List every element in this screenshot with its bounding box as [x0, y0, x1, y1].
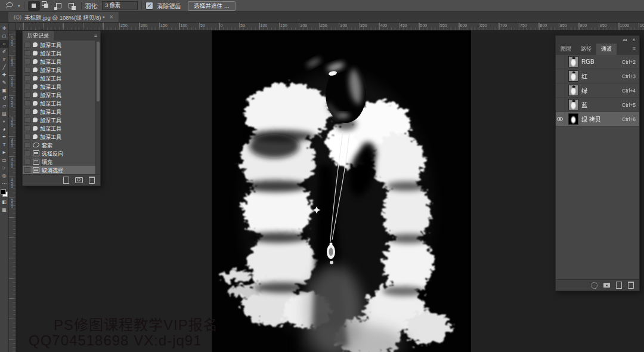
- history-state-row[interactable]: 加深工具: [23, 74, 96, 82]
- foreground-color-swatch[interactable]: [1, 189, 6, 194]
- history-state-row[interactable]: 加深工具: [23, 91, 96, 99]
- history-source-checkbox[interactable]: [24, 109, 30, 115]
- 红[interactable]: 红 Ctrl+3: [556, 69, 639, 84]
- delete-channel-button[interactable]: [628, 282, 634, 289]
- save-selection-as-channel-button[interactable]: [603, 283, 610, 288]
- new-channel-button[interactable]: [616, 282, 622, 289]
- crop-tool[interactable]: #: [0, 55, 8, 63]
- pen-tool[interactable]: ✒: [0, 133, 8, 141]
- panel-menu-icon[interactable]: ≡: [633, 46, 636, 51]
- intersect-selection-mode[interactable]: [66, 1, 78, 11]
- history-state-row[interactable]: 选择反向: [23, 149, 96, 158]
- visibility-eye-icon[interactable]: [556, 55, 565, 69]
- history-state-row[interactable]: 加深工具: [23, 99, 96, 107]
- history-state-row[interactable]: 加深工具: [23, 41, 96, 49]
- history-scrollbar[interactable]: [95, 41, 100, 174]
- visibility-eye-icon[interactable]: [556, 84, 565, 97]
- eraser-tool[interactable]: ▱: [0, 102, 8, 110]
- history-state-row[interactable]: 加深工具: [23, 57, 96, 66]
- document-tab[interactable]: (Q) 未标题.jpg @ 108%(绿 拷贝/8) * ×: [8, 12, 119, 22]
- history-source-checkbox[interactable]: [24, 58, 30, 64]
- visibility-eye-icon[interactable]: [556, 98, 565, 112]
- history-source-checkbox[interactable]: [24, 100, 30, 106]
- tab-paths[interactable]: 路径: [576, 44, 596, 55]
- panel-menu-icon[interactable]: ≡: [94, 33, 100, 39]
- vertical-ruler[interactable]: 100150200250300350400450500: [8, 30, 16, 352]
- zoom-tool[interactable]: ◎: [0, 172, 8, 180]
- clone-stamp-tool[interactable]: ▣: [0, 87, 8, 94]
- history-state-row[interactable]: 取消选择: [23, 166, 96, 174]
- toolbar-ellipsis[interactable]: ⋯: [0, 180, 8, 187]
- brush-tool[interactable]: ✎: [0, 79, 8, 87]
- delete-state-button[interactable]: [89, 177, 95, 184]
- history-panel-tab[interactable]: 历史记录: [23, 31, 54, 41]
- document-canvas[interactable]: [212, 30, 471, 352]
- add-selection-mode[interactable]: [41, 1, 52, 11]
- new-doc-from-state-button[interactable]: [63, 177, 69, 184]
- history-state-row[interactable]: 加深工具: [23, 82, 96, 91]
- visibility-eye-icon[interactable]: [556, 69, 565, 83]
- collapse-panel-icon[interactable]: ◂◂: [623, 38, 627, 42]
- visibility-eye-icon[interactable]: [556, 112, 565, 126]
- healing-brush-tool[interactable]: ✚: [0, 71, 8, 79]
- close-icon[interactable]: ×: [110, 14, 113, 20]
- history-state-row[interactable]: 加深工具: [23, 124, 96, 132]
- history-state-row[interactable]: 加深工具: [23, 107, 96, 116]
- scrollbar-thumb[interactable]: [97, 42, 100, 101]
- channel-thumbnail[interactable]: [568, 56, 578, 67]
- history-state-row[interactable]: 加深工具: [23, 49, 96, 57]
- history-state-row[interactable]: 填充: [23, 158, 96, 166]
- screen-mode-button[interactable]: ▦: [0, 206, 8, 214]
- quick-selection-tool[interactable]: ✐: [0, 48, 8, 55]
- shape-tool[interactable]: ▭: [0, 156, 8, 164]
- history-source-checkbox[interactable]: [24, 167, 30, 173]
- antialias-checkbox[interactable]: ✓: [145, 2, 153, 10]
- history-state-row[interactable]: 加深工具: [23, 132, 96, 141]
- history-source-checkbox[interactable]: [24, 84, 30, 89]
- 蓝[interactable]: 蓝 Ctrl+5: [556, 98, 639, 112]
- history-source-checkbox[interactable]: [24, 142, 30, 148]
- close-panel-icon[interactable]: ✕: [632, 38, 636, 42]
- 绿[interactable]: 绿 Ctrl+4: [556, 84, 639, 98]
- color-swatches[interactable]: [1, 189, 8, 197]
- channel-thumbnail[interactable]: [568, 99, 578, 110]
- marquee-tool[interactable]: ◻: [0, 32, 8, 40]
- lasso-tool[interactable]: ○: [0, 40, 8, 48]
- history-state-row[interactable]: 加深工具: [23, 66, 96, 74]
- channel-thumbnail[interactable]: [568, 70, 578, 82]
- new-selection-mode[interactable]: [28, 1, 40, 11]
- type-tool[interactable]: T: [0, 141, 8, 149]
- history-state-row[interactable]: 加深工具: [23, 116, 96, 124]
- channel-thumbnail[interactable]: [568, 113, 578, 125]
- hand-tool[interactable]: ☞: [0, 164, 8, 172]
- select-and-mask-button[interactable]: 选择并遮住 …: [188, 1, 236, 11]
- history-source-checkbox[interactable]: [24, 134, 30, 140]
- history-source-checkbox[interactable]: [24, 117, 30, 123]
- new-snapshot-button[interactable]: [75, 177, 83, 183]
- history-source-checkbox[interactable]: [24, 42, 30, 48]
- chevron-down-icon[interactable]: ▾: [18, 4, 20, 8]
- feather-input[interactable]: 3 像素: [102, 1, 138, 10]
- tab-layers[interactable]: 图层: [556, 44, 576, 55]
- path-select-tool[interactable]: ►: [0, 149, 8, 156]
- move-tool[interactable]: ✛: [0, 24, 8, 32]
- history-source-checkbox[interactable]: [24, 50, 30, 56]
- history-source-checkbox[interactable]: [24, 159, 30, 165]
- eyedropper-tool[interactable]: ╱: [0, 63, 8, 71]
- horizontal-ruler[interactable]: 2502001501005005010015020025030035040045…: [8, 23, 644, 30]
- history-source-checkbox[interactable]: [24, 150, 30, 156]
- 绿 拷贝[interactable]: 绿 拷贝 Ctrl+6: [556, 112, 639, 126]
- dodge-burn-tool[interactable]: ◕: [0, 125, 8, 133]
- channel-thumbnail[interactable]: [568, 85, 578, 96]
- tab-channels[interactable]: 通道: [596, 44, 617, 55]
- history-state-row[interactable]: 套索: [23, 141, 96, 149]
- history-source-checkbox[interactable]: [24, 125, 30, 131]
- RGB[interactable]: RGB Ctrl+2: [556, 55, 639, 69]
- quick-mask-button[interactable]: ◧: [0, 198, 8, 206]
- history-source-checkbox[interactable]: [24, 67, 30, 73]
- history-source-checkbox[interactable]: [24, 75, 30, 81]
- history-source-checkbox[interactable]: [24, 92, 30, 98]
- subtract-selection-mode[interactable]: [53, 1, 65, 11]
- smudge-tool[interactable]: ◗: [0, 118, 8, 125]
- gradient-tool[interactable]: ▤: [0, 110, 8, 118]
